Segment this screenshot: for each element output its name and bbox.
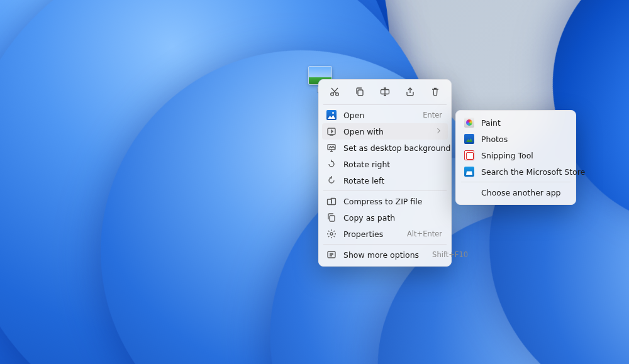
open-with-icon (326, 126, 337, 136)
chevron-right-icon (435, 127, 442, 136)
submenu-item-paint[interactable]: Paint (460, 114, 572, 131)
menu-item-label: Choose another app (481, 188, 566, 197)
menu-item-label: Snipping Tool (481, 151, 566, 160)
submenu-item-photos[interactable]: Photos (460, 131, 572, 147)
desktop-background-icon (326, 143, 337, 153)
menu-item-label: Rotate right (343, 160, 442, 169)
cut-icon[interactable] (328, 85, 341, 98)
menu-item-label: Open with (343, 127, 428, 136)
svg-point-7 (330, 233, 333, 235)
picture-app-icon (326, 110, 337, 120)
menu-item-label: Photos (481, 135, 566, 144)
menu-item-label: Open (343, 111, 409, 120)
microsoft-store-icon (464, 167, 474, 177)
paint-app-icon (464, 118, 474, 128)
menu-item-label: Set as desktop background (343, 143, 450, 153)
rename-icon[interactable] (379, 85, 391, 98)
menu-item-shortcut: Alt+Enter (401, 229, 442, 238)
rotate-left-icon (326, 175, 337, 185)
copy-path-icon (326, 212, 337, 223)
submenu-item-search-store[interactable]: Search the Microsoft Store (460, 163, 572, 180)
separator (323, 244, 447, 245)
copy-icon[interactable] (353, 85, 366, 98)
context-menu: Open Enter Open with Set as desktop back… (318, 79, 452, 267)
snipping-tool-app-icon (464, 150, 474, 160)
menu-item-label: Copy as path (343, 213, 442, 223)
zip-icon (326, 196, 337, 206)
menu-item-shortcut: Enter (416, 111, 442, 119)
open-with-submenu: Paint Photos Snipping Tool Search the Mi… (455, 110, 576, 205)
menu-item-compress-zip[interactable]: Compress to ZIP file (322, 193, 448, 209)
submenu-item-snipping-tool[interactable]: Snipping Tool (460, 147, 572, 163)
blank-icon (464, 187, 474, 197)
svg-rect-2 (358, 90, 363, 96)
menu-item-label: Show more options (343, 250, 419, 260)
menu-item-open-with[interactable]: Open with (322, 123, 448, 140)
menu-item-shortcut: Shift+F10 (426, 250, 468, 259)
delete-icon[interactable] (429, 85, 442, 98)
photos-app-icon (464, 134, 474, 144)
menu-item-label: Properties (343, 229, 394, 239)
menu-item-copy-as-path[interactable]: Copy as path (322, 209, 448, 226)
separator (323, 104, 447, 105)
menu-item-label: Compress to ZIP file (343, 197, 442, 206)
menu-item-set-desktop-background[interactable]: Set as desktop background (322, 140, 448, 156)
submenu-item-choose-another-app[interactable]: Choose another app (460, 184, 572, 201)
svg-rect-6 (330, 216, 335, 221)
separator (461, 182, 571, 182)
menu-item-label: Search the Microsoft Store (481, 167, 585, 177)
menu-item-rotate-left[interactable]: Rotate left (322, 172, 448, 189)
menu-item-open[interactable]: Open Enter (322, 107, 448, 123)
context-menu-toolbar (322, 83, 448, 102)
menu-item-label: Rotate left (343, 176, 442, 185)
properties-icon (326, 229, 337, 239)
rotate-right-icon (326, 159, 337, 169)
menu-item-properties[interactable]: Properties Alt+Enter (322, 226, 448, 242)
menu-item-rotate-right[interactable]: Rotate right (322, 156, 448, 172)
menu-item-show-more-options[interactable]: Show more options Shift+F10 (322, 246, 448, 263)
show-more-icon (326, 250, 337, 260)
separator (323, 190, 447, 191)
menu-item-label: Paint (481, 118, 566, 128)
share-icon[interactable] (404, 85, 416, 98)
